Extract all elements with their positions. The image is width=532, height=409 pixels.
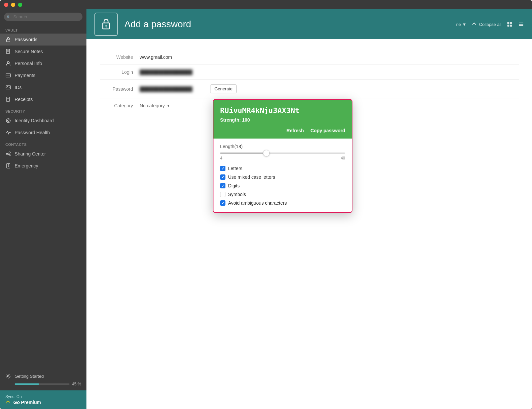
- sidebar-item-personal-info[interactable]: Personal Info: [0, 57, 86, 69]
- search-input[interactable]: [4, 13, 82, 21]
- mixed-case-checkbox[interactable]: ✓: [220, 174, 225, 180]
- category-value: No category: [140, 103, 165, 108]
- sidebar-item-password-health[interactable]: Password Health: [0, 127, 86, 139]
- lock-icon: [5, 37, 11, 43]
- slider-wrap: [220, 153, 345, 154]
- svg-point-17: [6, 153, 8, 154]
- sidebar-item-emergency[interactable]: Emergency: [0, 160, 86, 172]
- strength-text: Strength: 100: [220, 117, 345, 123]
- emergency-icon: [5, 163, 11, 169]
- close-button[interactable]: [4, 3, 8, 7]
- contacts-section-label: CONTACTS: [0, 139, 86, 148]
- app-body: VAULT Passwords: [0, 9, 532, 409]
- chevron-down-icon: ▼: [167, 104, 170, 108]
- svg-rect-5: [6, 74, 11, 77]
- refresh-button[interactable]: Refresh: [287, 128, 304, 133]
- header-actions: ne ▼ Collapse all: [456, 21, 524, 27]
- mixed-case-checkbox-item[interactable]: ✓ Use mixed case letters: [220, 174, 345, 180]
- password-value-wrap: ████████████████ Generate: [140, 84, 237, 93]
- titlebar: [0, 0, 532, 9]
- sidebar-item-ids[interactable]: IDs: [0, 81, 86, 93]
- sidebar-item-payments[interactable]: Payments: [0, 69, 86, 81]
- avoid-ambiguous-checkbox[interactable]: ✓: [220, 200, 225, 206]
- sidebar-search-wrap: [0, 9, 86, 24]
- sidebar-item-sharing-center-label: Sharing Center: [15, 151, 46, 156]
- svg-rect-30: [507, 22, 509, 24]
- checkbox-list: ✓ Letters ✓ Use mixed case letters: [220, 166, 345, 206]
- letters-checkbox[interactable]: ✓: [220, 166, 225, 171]
- person-icon: [5, 60, 11, 66]
- sidebar-item-passwords[interactable]: Passwords: [0, 34, 86, 46]
- symbols-checkbox-item[interactable]: Symbols: [220, 192, 345, 197]
- generate-button[interactable]: Generate: [210, 84, 237, 93]
- sidebar-item-receipts-label: Receipts: [15, 97, 33, 102]
- app-window: VAULT Passwords: [0, 0, 532, 409]
- collapse-all-label: Collapse all: [479, 22, 501, 27]
- category-select[interactable]: No category ▼: [140, 103, 170, 108]
- sort-dropdown[interactable]: ne ▼: [456, 22, 466, 27]
- slider-max: 40: [341, 156, 345, 160]
- sidebar: VAULT Passwords: [0, 9, 86, 409]
- popup-header: RUivuMR4kNju3AX3Nt Strength: 100 Refresh…: [213, 100, 352, 139]
- letters-checkbox-item[interactable]: ✓ Letters: [220, 166, 345, 171]
- header-icon-box: [94, 13, 118, 36]
- svg-line-21: [8, 154, 9, 155]
- progress-percent: 45 %: [72, 382, 81, 386]
- svg-rect-8: [7, 87, 8, 88]
- symbols-checkbox[interactable]: [220, 192, 225, 197]
- grid-view-button[interactable]: [507, 21, 513, 27]
- popup-body: Length(18) 4 40: [213, 139, 352, 212]
- slider-fill: [220, 153, 266, 154]
- sidebar-item-secure-notes-label: Secure Notes: [15, 49, 43, 54]
- progress-bar: [15, 383, 69, 385]
- website-label: Website: [100, 54, 140, 60]
- sort-label: ne ▼: [456, 22, 466, 27]
- go-premium-label: Go Premium: [13, 400, 41, 405]
- digits-checkbox-item[interactable]: ✓ Digits: [220, 183, 345, 188]
- sidebar-item-receipts[interactable]: Receipts: [0, 93, 86, 105]
- list-view-button[interactable]: [518, 21, 524, 27]
- digits-checkbox[interactable]: ✓: [220, 183, 225, 188]
- digits-label: Digits: [228, 183, 240, 188]
- login-value[interactable]: ████████████████: [140, 69, 519, 75]
- card-icon: [5, 72, 11, 78]
- svg-point-4: [7, 61, 9, 63]
- minimize-button[interactable]: [11, 3, 15, 7]
- svg-point-19: [9, 154, 10, 156]
- sidebar-item-sharing-center[interactable]: Sharing Center: [0, 148, 86, 160]
- slider-range: 4 40: [220, 156, 345, 160]
- website-value[interactable]: www.gmail.com: [140, 54, 519, 60]
- sidebar-item-payments-label: Payments: [15, 73, 35, 78]
- svg-rect-33: [510, 25, 512, 27]
- main-header: Add a password ne ▼ Collapse all: [86, 9, 532, 39]
- svg-line-20: [8, 153, 9, 153]
- checkmark-icon: ✓: [221, 166, 224, 171]
- password-value[interactable]: ████████████████: [140, 86, 206, 92]
- svg-point-18: [9, 152, 10, 153]
- sidebar-item-password-health-label: Password Health: [15, 130, 50, 135]
- sidebar-item-emergency-label: Emergency: [15, 163, 38, 168]
- go-premium-button[interactable]: Go Premium: [5, 400, 81, 405]
- main-content: Add a password ne ▼ Collapse all: [86, 9, 532, 409]
- pulse-icon: [5, 130, 11, 136]
- password-generator-popup: RUivuMR4kNju3AX3Nt Strength: 100 Refresh…: [213, 99, 352, 213]
- getting-started[interactable]: Getting Started: [5, 373, 81, 379]
- sidebar-item-personal-info-label: Personal Info: [15, 61, 42, 66]
- sidebar-item-identity-dashboard[interactable]: Identity Dashboard: [0, 115, 86, 127]
- length-label: Length(18): [220, 144, 345, 149]
- svg-rect-31: [510, 22, 512, 24]
- sharing-icon: [5, 151, 11, 157]
- id-card-icon: [5, 84, 11, 90]
- slider-thumb[interactable]: [263, 150, 270, 156]
- svg-point-28: [105, 25, 107, 27]
- header-title: Add a password: [124, 19, 191, 30]
- maximize-button[interactable]: [18, 3, 22, 7]
- sync-status: Sync: On: [5, 394, 81, 399]
- generated-password: RUivuMR4kNju3AX3Nt: [220, 106, 345, 115]
- sync-premium-bar: Sync: On Go Premium: [0, 390, 86, 409]
- avoid-ambiguous-checkbox-item[interactable]: ✓ Avoid ambiguous characters: [220, 200, 345, 206]
- sidebar-item-secure-notes[interactable]: Secure Notes: [0, 46, 86, 57]
- collapse-all-button[interactable]: Collapse all: [472, 22, 501, 27]
- copy-password-button[interactable]: Copy password: [311, 128, 345, 133]
- login-row: Login ████████████████: [100, 65, 519, 80]
